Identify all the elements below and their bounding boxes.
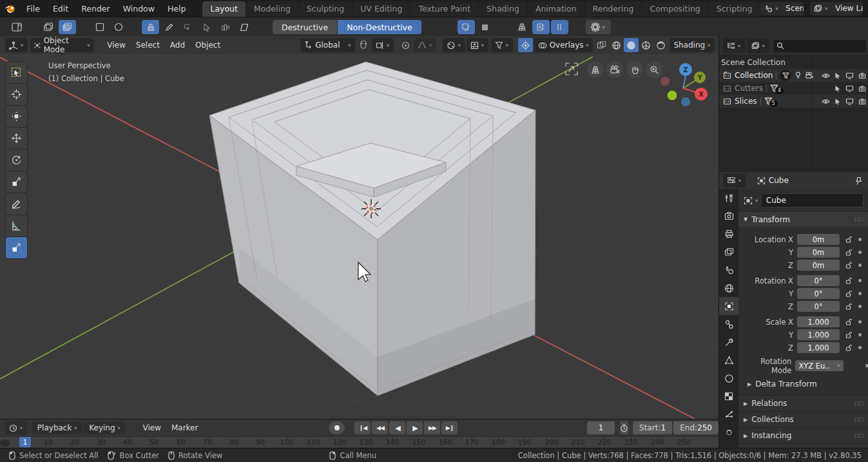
outliner-editor-dropdown[interactable]: ∨ xyxy=(723,39,745,53)
loc-y-animate-dot[interactable] xyxy=(858,251,862,254)
viewport-canvas[interactable]: Z Y X User Perspective (1) Collection | … xyxy=(0,54,719,419)
gizmos-toggle[interactable] xyxy=(518,38,533,52)
use-preview-range-button[interactable] xyxy=(620,421,628,434)
collection-viewport-icon[interactable] xyxy=(845,72,854,79)
annotate-pencil-icon[interactable] xyxy=(160,20,178,34)
scale-x-field[interactable]: 1.000 xyxy=(797,316,840,327)
prev-keyframe-button[interactable]: ◀◀ xyxy=(372,421,388,434)
rotation-mode-dropdown[interactable]: XYZ Eu..∨ xyxy=(795,360,844,371)
tab-texture-paint[interactable]: Texture Paint xyxy=(410,1,478,17)
collection-hide-eye-icon[interactable] xyxy=(822,73,830,79)
rot-y-animate-dot[interactable] xyxy=(858,292,862,295)
box-shape-button[interactable] xyxy=(91,20,108,34)
rot-y-field[interactable]: 0° xyxy=(797,288,840,299)
outliner-row-collection[interactable]: Collection xyxy=(719,69,868,82)
loc-z-animate-dot[interactable] xyxy=(858,264,862,267)
rotation-mode-animate-dot[interactable] xyxy=(865,364,868,367)
scale-x-animate-dot[interactable] xyxy=(858,320,862,323)
viewport-menu-object[interactable]: Object xyxy=(190,41,226,50)
tab-render[interactable] xyxy=(719,207,738,225)
pin-icon[interactable] xyxy=(854,177,862,185)
mode-dropdown[interactable]: Object Mode ∨ xyxy=(30,38,94,52)
playback-menu[interactable]: Playback∨ xyxy=(32,421,82,434)
shading-wireframe-button[interactable] xyxy=(609,38,624,52)
rot-z-field[interactable]: 0° xyxy=(797,301,840,312)
shading-material-button[interactable] xyxy=(639,38,653,52)
tab-scripting[interactable]: Scripting xyxy=(709,1,760,17)
outliner-row-slices[interactable]: Slices 5 xyxy=(719,95,868,108)
tab-uv-editing[interactable]: UV Editing xyxy=(352,1,410,17)
play-reverse-button[interactable]: ◀ xyxy=(389,421,405,434)
solid-box-icon[interactable] xyxy=(476,20,494,34)
scale-y-lock-icon[interactable] xyxy=(845,331,853,338)
delta-transform-section[interactable]: ▶ Delta Transform xyxy=(738,377,868,391)
tab-material[interactable] xyxy=(719,423,738,441)
loc-y-field[interactable]: 0m xyxy=(797,247,840,258)
scene-icon[interactable]: ∨ xyxy=(760,5,780,13)
tab-layout[interactable]: Layout xyxy=(202,1,246,17)
boxcutter-tool[interactable] xyxy=(5,236,28,259)
tab-world[interactable] xyxy=(719,279,738,297)
scale-y-field[interactable]: 1.000 xyxy=(797,329,840,340)
cutters-selectable-icon[interactable] xyxy=(834,85,841,92)
rot-x-field[interactable]: 0° xyxy=(797,275,840,286)
pause-button[interactable] xyxy=(551,20,568,34)
rot-x-lock-icon[interactable] xyxy=(845,277,853,284)
tab-modeling[interactable]: Modeling xyxy=(246,1,298,17)
outliner-search-input[interactable] xyxy=(773,40,866,52)
active-pane-button[interactable] xyxy=(59,20,76,34)
cursor-tool-icon[interactable] xyxy=(198,20,215,34)
outliner-display-mode-dropdown[interactable]: ∨ xyxy=(747,39,769,53)
settings-dropdown[interactable]: ∨ xyxy=(586,20,611,34)
array-bars-icon[interactable] xyxy=(217,20,234,34)
tab-texture[interactable] xyxy=(719,387,738,405)
destructive-button[interactable]: Destructive xyxy=(273,20,337,34)
rotate-tool[interactable] xyxy=(5,149,28,171)
rot-x-animate-dot[interactable] xyxy=(858,279,862,282)
editor-type-dropdown[interactable]: ∨ xyxy=(5,38,28,52)
snap-toggle-button[interactable] xyxy=(532,20,550,34)
jump-to-start-button[interactable]: ❙◀ xyxy=(354,421,371,434)
relations-section[interactable]: ▶Relations∷∷ xyxy=(738,395,868,411)
lock-button[interactable] xyxy=(142,20,159,34)
nondestructive-button[interactable]: Non-Destructive xyxy=(338,20,421,34)
slices-render-toggle-icon[interactable] xyxy=(858,98,866,105)
menu-window[interactable]: Window xyxy=(117,0,161,17)
scale-tool[interactable] xyxy=(5,171,28,193)
loc-z-field[interactable]: 0m xyxy=(797,260,840,271)
annotate-tool[interactable] xyxy=(5,193,28,215)
select-box-tool[interactable] xyxy=(5,61,28,84)
rot-z-animate-dot[interactable] xyxy=(858,305,862,308)
xray-toggle[interactable] xyxy=(594,38,609,52)
transform-tool[interactable] xyxy=(5,105,28,128)
scale-x-lock-icon[interactable] xyxy=(845,318,853,325)
view-layer-icon[interactable]: ∨ xyxy=(810,5,830,13)
keying-menu[interactable]: Keying∨ xyxy=(84,421,126,434)
snap-target-dropdown[interactable]: ∨ xyxy=(372,38,394,52)
ruler-scroll-knob[interactable] xyxy=(0,439,10,447)
circle-shape-button[interactable] xyxy=(110,20,127,34)
record-button[interactable] xyxy=(329,421,345,434)
outliner-row-cutters[interactable]: Cutters 4 xyxy=(719,82,868,95)
frame-end-field[interactable]: End:250 xyxy=(673,421,719,434)
tab-sculpting[interactable]: Sculpting xyxy=(299,1,352,17)
tab-object[interactable] xyxy=(719,297,738,315)
snap-magnet-icon[interactable] xyxy=(356,38,371,52)
object-name-field[interactable]: Cube xyxy=(761,193,863,207)
scale-y-animate-dot[interactable] xyxy=(858,333,862,336)
mirror-icon[interactable] xyxy=(179,20,197,34)
tab-tool[interactable] xyxy=(719,189,738,207)
timeline-marker-menu[interactable]: Marker xyxy=(166,423,203,432)
tab-constraints[interactable] xyxy=(719,315,738,333)
panel-grip[interactable]: ∷∷ xyxy=(854,215,863,224)
slices-viewport-icon[interactable] xyxy=(845,98,854,105)
properties-editor-dropdown[interactable]: ∨ xyxy=(723,173,746,188)
rot-y-lock-icon[interactable] xyxy=(845,290,853,297)
cutters-viewport-icon[interactable] xyxy=(845,85,854,92)
timeline-view-menu[interactable]: View xyxy=(137,423,166,432)
filter-dropdown[interactable]: ∨ xyxy=(491,38,513,52)
view-object-types-dropdown[interactable]: ∨ xyxy=(467,38,488,52)
tab-view-layer[interactable] xyxy=(719,243,738,261)
menu-edit[interactable]: Edit xyxy=(46,0,75,17)
transform-panel-header[interactable]: ▼ Transform ∷∷ xyxy=(738,211,868,227)
